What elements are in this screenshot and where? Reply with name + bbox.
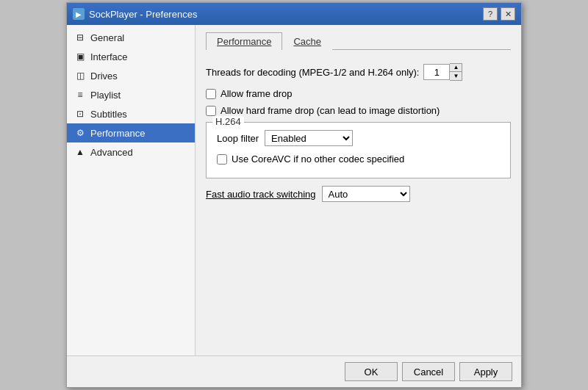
loop-filter-row: Loop filter Enabled Disabled All xyxy=(217,130,500,146)
fast-audio-row: Fast audio track switching Auto On Off xyxy=(206,186,511,202)
spinner-down-button[interactable]: ▼ xyxy=(450,72,462,80)
sidebar-label-drives: Drives xyxy=(90,71,118,82)
coreavc-checkbox[interactable] xyxy=(217,154,227,165)
threads-row: Threads for decoding (MPEG-1/2 and H.264… xyxy=(206,63,511,81)
sidebar-label-general: General xyxy=(90,32,124,43)
sidebar-item-drives[interactable]: ◫ Drives xyxy=(67,66,195,85)
playlist-icon: ≡ xyxy=(74,89,86,101)
general-icon: ⊟ xyxy=(74,32,86,43)
sidebar-label-subtitles: Subtitles xyxy=(90,109,127,120)
coreavc-row: Use CoreAVC if no other codec specified xyxy=(217,154,500,165)
loop-filter-label: Loop filter xyxy=(217,133,259,144)
tab-cache[interactable]: Cache xyxy=(282,32,332,50)
sidebar-item-general[interactable]: ⊟ General xyxy=(67,28,195,47)
threads-input[interactable]: 1 xyxy=(423,64,450,80)
apply-button[interactable]: Apply xyxy=(459,362,512,381)
content-section: Threads for decoding (MPEG-1/2 and H.264… xyxy=(206,60,511,205)
sidebar-item-advanced[interactable]: ▲ Advanced xyxy=(67,142,195,162)
window-title: SockPlayer - Preferences xyxy=(89,9,197,20)
allow-frame-drop-row: Allow frame drop xyxy=(206,88,511,99)
fast-audio-label: Fast audio track switching xyxy=(206,189,316,200)
sidebar-item-subtitles[interactable]: ⊡ Subtitles xyxy=(67,104,195,123)
threads-label: Threads for decoding (MPEG-1/2 and H.264… xyxy=(206,67,419,78)
allow-hard-frame-drop-row: Allow hard frame drop (can lead to image… xyxy=(206,105,511,116)
coreavc-label: Use CoreAVC if no other codec specified xyxy=(232,154,404,165)
spinner-buttons: ▲ ▼ xyxy=(450,63,462,81)
spinner-up-button[interactable]: ▲ xyxy=(450,64,462,72)
performance-icon: ⚙ xyxy=(74,127,86,139)
sidebar-label-performance: Performance xyxy=(90,128,145,139)
subtitles-icon: ⊡ xyxy=(74,108,86,120)
dialog-footer: OK Cancel Apply xyxy=(67,355,521,387)
threads-spinner: 1 ▲ ▼ xyxy=(423,63,462,81)
sidebar-label-playlist: Playlist xyxy=(90,90,121,101)
sidebar-label-advanced: Advanced xyxy=(90,147,133,158)
main-content: Performance Cache Threads for decoding (… xyxy=(196,25,521,355)
tab-cache-label: Cache xyxy=(293,36,321,47)
h264-group: H.264 Loop filter Enabled Disabled All xyxy=(206,122,511,178)
fast-audio-select-wrapper: Auto On Off xyxy=(322,186,410,202)
help-button[interactable]: ? xyxy=(483,7,498,21)
allow-hard-frame-drop-checkbox[interactable] xyxy=(206,106,216,116)
dialog-body: ⊟ General ▣ Interface ◫ Drives ≡ Playlis… xyxy=(67,25,521,355)
app-icon: ▶ xyxy=(73,8,85,20)
sidebar-label-interface: Interface xyxy=(90,51,128,62)
sidebar-item-playlist[interactable]: ≡ Playlist xyxy=(67,85,195,104)
allow-frame-drop-checkbox[interactable] xyxy=(206,89,216,99)
sidebar-item-performance[interactable]: ⚙ Performance xyxy=(67,123,195,142)
sidebar: ⊟ General ▣ Interface ◫ Drives ≡ Playlis… xyxy=(67,25,196,355)
interface-icon: ▣ xyxy=(74,51,86,62)
title-bar: ▶ SockPlayer - Preferences ? ✕ xyxy=(67,3,521,25)
tab-performance[interactable]: Performance xyxy=(206,32,282,50)
tab-performance-label: Performance xyxy=(217,36,271,47)
fast-audio-select[interactable]: Auto On Off xyxy=(322,186,410,202)
allow-hard-frame-drop-label: Allow hard frame drop (can lead to image… xyxy=(220,105,440,116)
h264-legend: H.264 xyxy=(212,116,244,127)
allow-frame-drop-label: Allow frame drop xyxy=(220,88,293,99)
close-button[interactable]: ✕ xyxy=(501,7,515,21)
ok-button[interactable]: OK xyxy=(345,362,398,381)
title-bar-left: ▶ SockPlayer - Preferences xyxy=(73,8,197,20)
loop-filter-select-wrapper: Enabled Disabled All xyxy=(265,130,353,146)
loop-filter-select[interactable]: Enabled Disabled All xyxy=(265,130,353,146)
advanced-icon: ▲ xyxy=(74,146,86,158)
title-buttons: ? ✕ xyxy=(483,7,515,21)
drives-icon: ◫ xyxy=(74,70,86,82)
preferences-dialog: ▶ SockPlayer - Preferences ? ✕ ⊟ General… xyxy=(66,2,522,388)
sidebar-item-interface[interactable]: ▣ Interface xyxy=(67,47,195,66)
cancel-button[interactable]: Cancel xyxy=(402,362,455,381)
tab-bar: Performance Cache xyxy=(206,32,511,50)
